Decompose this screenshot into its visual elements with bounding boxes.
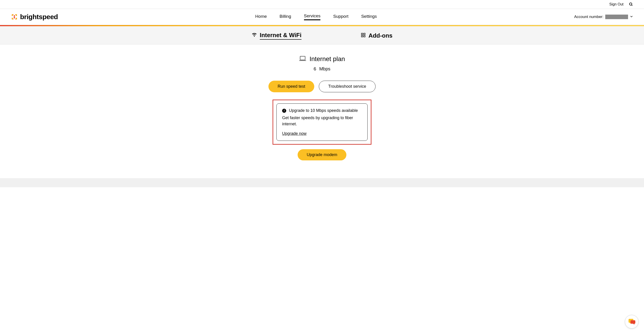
logo[interactable]: brightspeed [11,13,58,21]
plan-speed: 6 Mbps [0,66,644,72]
speed-value: 6 [314,66,316,71]
plan-header: Internet plan [0,55,644,63]
svg-rect-5 [364,33,365,35]
nav-support[interactable]: Support [333,14,348,20]
chevron-down-icon [630,14,633,19]
grid-icon [361,32,366,39]
content-area: Internet plan 6 Mbps Run speed test Trou… [0,44,644,171]
tab-internet-wifi-label: Internet & WiFi [260,32,302,40]
account-label: Account number: [574,14,604,19]
svg-line-1 [632,5,632,6]
upgrade-title: Upgrade to 10 Mbps speeds available [289,108,358,113]
nav-settings[interactable]: Settings [361,14,377,20]
upgrade-card: i Upgrade to 10 Mbps speeds available Ge… [276,104,368,141]
svg-rect-3 [14,17,15,19]
logo-icon [11,14,18,20]
svg-rect-7 [364,36,365,37]
upgrade-now-link[interactable]: Upgrade now [282,131,306,136]
info-icon: i [282,109,286,113]
tab-addons-label: Add-ons [368,32,392,39]
action-buttons: Run speed test Troubleshoot service [0,81,644,92]
troubleshoot-button[interactable]: Troubleshoot service [319,81,375,92]
brand-name: brightspeed [20,13,58,21]
top-bar: Sign Out [0,0,644,9]
svg-point-0 [630,3,632,5]
laptop-icon [299,56,306,62]
wifi-icon [252,32,257,39]
svg-rect-6 [362,36,363,37]
tab-addons[interactable]: Add-ons [361,32,392,39]
sign-out-link[interactable]: Sign Out [609,2,624,6]
services-tabs: Internet & WiFi Add-ons [0,26,644,44]
upgrade-modem-button[interactable]: Upgrade modem [298,149,346,160]
footer-bar [0,178,644,187]
svg-rect-4 [362,33,363,35]
nav-services[interactable]: Services [304,14,321,20]
account-number-redacted [605,14,628,19]
search-icon[interactable] [629,2,633,6]
main-header: brightspeed Home Billing Services Suppor… [0,9,644,25]
svg-rect-8 [300,56,305,60]
plan-title: Internet plan [310,55,345,63]
upgrade-description: Get faster speeds by upgrading to fiber … [282,115,362,127]
main-nav: Home Billing Services Support Settings [255,14,377,20]
speed-unit: Mbps [319,66,330,71]
speed-test-button[interactable]: Run speed test [268,81,314,92]
tab-internet-wifi[interactable]: Internet & WiFi [252,32,302,40]
nav-home[interactable]: Home [255,14,267,20]
nav-billing[interactable]: Billing [280,14,291,20]
svg-rect-2 [14,15,15,17]
highlight-annotation: i Upgrade to 10 Mbps speeds available Ge… [272,100,372,145]
account-dropdown[interactable]: Account number: [574,14,633,19]
